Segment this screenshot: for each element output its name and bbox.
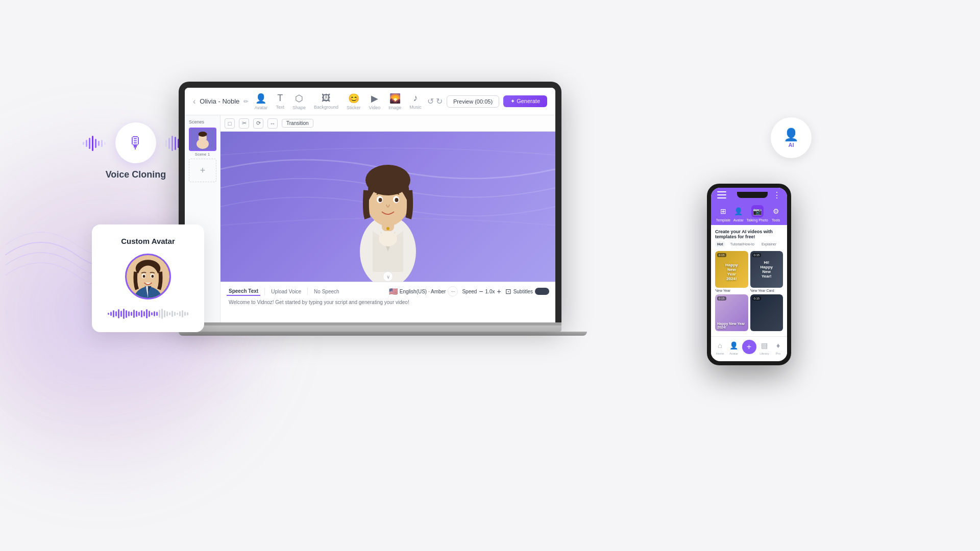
language-selector[interactable]: 🇺🇸 English(US) · Amber ··· bbox=[389, 286, 458, 296]
shape-tool-icon: ⬡ bbox=[295, 93, 303, 104]
back-button[interactable]: ‹ bbox=[193, 97, 195, 106]
canvas-toolbar: □ ✂ ⟳ ↔ Transition bbox=[220, 115, 555, 132]
ai-badge[interactable]: 👤 AI bbox=[771, 117, 812, 158]
avatar-nav-label: Avatar bbox=[733, 218, 744, 222]
canvas-main bbox=[220, 132, 555, 282]
scene-1-thumb[interactable] bbox=[189, 128, 216, 151]
svg-rect-4 bbox=[95, 139, 96, 148]
phone-card-2[interactable]: 0:15 Hi! Happy New Year! New Year Card bbox=[750, 251, 783, 292]
laptop-screen-outer: ‹ Olivia - Noble ✏ 👤 Avatar T Text bbox=[179, 82, 561, 322]
subtitles-label: Subtitles bbox=[513, 289, 533, 294]
collapse-panel-button[interactable]: ∨ bbox=[383, 271, 393, 282]
script-input[interactable]: Welcome to Vidnoz! Get started by typing… bbox=[227, 299, 549, 305]
select-tool[interactable]: □ bbox=[225, 118, 235, 129]
svg-rect-12 bbox=[172, 136, 173, 151]
svg-point-24 bbox=[379, 231, 397, 246]
language-more-button[interactable]: ··· bbox=[448, 286, 458, 296]
phone-bottom-create[interactable]: + bbox=[742, 340, 756, 355]
phone-tab-hot[interactable]: Hot bbox=[715, 241, 725, 247]
phone-tab-festival[interactable]: Festival bbox=[781, 241, 783, 247]
rotate-tool[interactable]: ⟳ bbox=[253, 118, 263, 129]
phone-card-4[interactable]: 0:15 bbox=[750, 294, 783, 332]
phone-bottom-avatar[interactable]: 👤 Avatar bbox=[728, 340, 740, 355]
scene-1-preview bbox=[190, 129, 215, 150]
hamburger-line-1 bbox=[717, 191, 726, 192]
waveform-bar-6 bbox=[123, 309, 125, 319]
template-nav-label: Template bbox=[716, 218, 730, 222]
subtitles-toggle[interactable] bbox=[535, 288, 549, 295]
phone-screen: ⋮ ⊞ Template 👤 Avatar 📷 Talking Photo bbox=[711, 188, 787, 361]
toolbar-text[interactable]: T Text bbox=[276, 93, 284, 110]
phone-card-2-duration: 0:15 bbox=[752, 253, 762, 257]
toolbar-background[interactable]: 🖼 Background bbox=[314, 93, 338, 110]
avatar-circle bbox=[125, 254, 171, 299]
ai-text: AI bbox=[789, 142, 794, 148]
music-tool-icon: ♪ bbox=[413, 93, 418, 104]
transition-button[interactable]: Transition bbox=[282, 119, 313, 128]
plus-speed-button[interactable]: + bbox=[497, 287, 501, 295]
waveform-bar-17 bbox=[151, 312, 153, 315]
toolbar-avatar[interactable]: 👤 Avatar bbox=[255, 93, 268, 110]
crop-tool[interactable]: ✂ bbox=[239, 118, 249, 129]
audio-waveform bbox=[104, 308, 192, 320]
add-scene-button[interactable]: + bbox=[189, 159, 216, 182]
project-title: Olivia - Noble bbox=[200, 97, 239, 105]
svg-rect-13 bbox=[175, 137, 176, 150]
no-speech-tab[interactable]: No Speech bbox=[312, 288, 341, 295]
waveform-bar-9 bbox=[131, 312, 132, 316]
pro-bottom-label: Pro bbox=[776, 352, 780, 355]
toolbar-sticker[interactable]: 😊 Sticker bbox=[347, 93, 361, 110]
toolbar-music[interactable]: ♪ Music bbox=[409, 93, 422, 110]
phone-nav-tools[interactable]: ⚙ Tools bbox=[770, 205, 782, 222]
music-tool-label: Music bbox=[409, 105, 422, 110]
waveform-bar-28 bbox=[179, 311, 181, 316]
subtitles-control: ⊡ Subtitles bbox=[505, 287, 549, 295]
phone-card-1-duration: 0:15 bbox=[717, 253, 726, 257]
phone-card-1-text: Happy New Year 2024! bbox=[723, 263, 740, 281]
toolbar-shape[interactable]: ⬡ Shape bbox=[292, 93, 306, 110]
phone-card-1-image: 0:15 Happy New Year 2024! bbox=[715, 251, 748, 288]
phone-menu-button[interactable] bbox=[717, 188, 731, 202]
laptop-screen: ‹ Olivia - Noble ✏ 👤 Avatar T Text bbox=[185, 88, 555, 322]
talking-photo-nav-label: Talking Photo bbox=[747, 218, 768, 222]
phone-more-icon[interactable]: ⋮ bbox=[773, 190, 781, 200]
minus-speed-button[interactable]: − bbox=[479, 287, 483, 295]
svg-rect-3 bbox=[92, 136, 93, 151]
phone-content-title: Create your AI videos with templates for… bbox=[715, 229, 783, 239]
scene-1-label: Scene 1 bbox=[189, 152, 216, 157]
redo-button[interactable]: ↻ bbox=[436, 96, 443, 106]
phone-bottom-home[interactable]: ⌂ Home bbox=[715, 340, 726, 355]
avatar-nav-icon: 👤 bbox=[732, 205, 745, 217]
flag-icon: 🇺🇸 bbox=[389, 287, 398, 295]
upload-voice-tab[interactable]: Upload Voice bbox=[269, 288, 303, 295]
phone-bottom-library[interactable]: ▤ Library bbox=[759, 340, 770, 355]
phone-nav-template[interactable]: ⊞ Template bbox=[716, 205, 730, 222]
phone-card-2-overlay: Hi! Happy New Year! bbox=[758, 260, 775, 279]
phone-nav-talking-photo[interactable]: 📷 Talking Photo bbox=[747, 205, 768, 222]
phone-bottom-pro[interactable]: ♦ Pro bbox=[773, 340, 784, 355]
waveform-bar-24 bbox=[169, 312, 170, 315]
avatar-tool-label: Avatar bbox=[255, 105, 268, 110]
phone-bottom-nav: ⌂ Home 👤 Avatar + ▤ Library bbox=[711, 336, 787, 358]
phone-card-3[interactable]: 0:15 Happy New Year 2024! bbox=[715, 294, 748, 332]
edit-icon[interactable]: ✏ bbox=[243, 98, 249, 105]
preview-button[interactable]: Preview (00:05) bbox=[447, 95, 499, 108]
svg-rect-0 bbox=[83, 142, 84, 145]
toolbar-video[interactable]: ▶ Video bbox=[369, 93, 380, 110]
tools-nav-label: Tools bbox=[772, 218, 780, 222]
phone-notch bbox=[737, 192, 768, 198]
waveform-bar-7 bbox=[126, 310, 127, 318]
waveform-bar-20 bbox=[159, 310, 160, 318]
toolbar-image[interactable]: 🌄 Image bbox=[388, 93, 401, 110]
undo-button[interactable]: ↺ bbox=[427, 96, 434, 106]
phone-tab-tutorial[interactable]: Tutorial/How-to bbox=[728, 241, 756, 247]
phone-tab-explainer[interactable]: Explainer bbox=[760, 241, 778, 247]
flip-tool[interactable]: ↔ bbox=[267, 118, 278, 129]
speech-text-tab[interactable]: Speech Text bbox=[227, 287, 260, 296]
hamburger-line-3 bbox=[717, 197, 726, 198]
generate-button[interactable]: ✦ Generate bbox=[503, 95, 547, 107]
phone-card-1[interactable]: 0:15 Happy New Year 2024! New Year bbox=[715, 251, 748, 292]
svg-point-37 bbox=[143, 275, 145, 278]
phone-nav-avatar[interactable]: 👤 Avatar bbox=[732, 205, 745, 222]
custom-avatar-card: Custom Avatar bbox=[92, 224, 204, 332]
